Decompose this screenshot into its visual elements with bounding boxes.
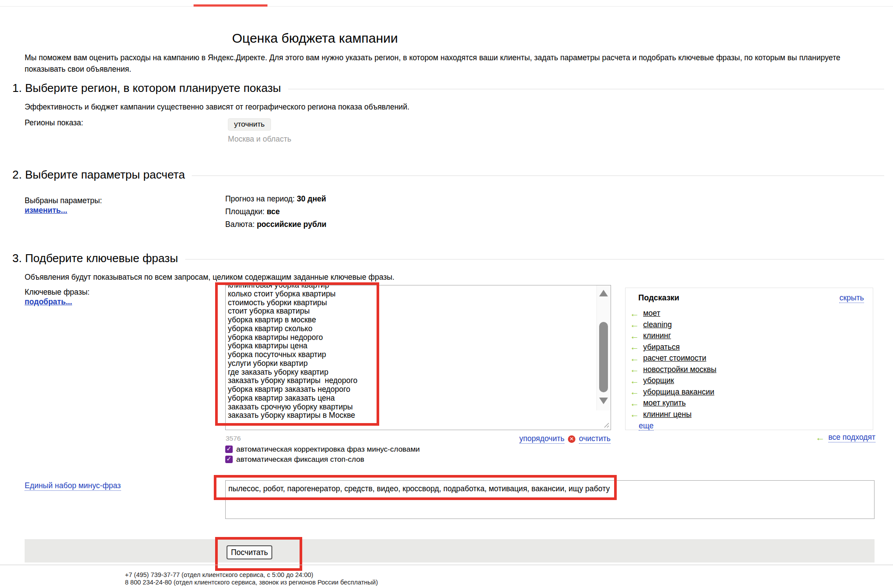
change-params-link[interactable]: изменить... — [25, 206, 67, 215]
checkbox-label[interactable]: автоматическая фиксация стоп-слов — [236, 455, 364, 464]
hint-item: ← убираться — [630, 343, 873, 352]
intro-text: Мы поможем вам оценить расходы на кампан… — [25, 52, 860, 75]
all-fit-link[interactable]: все подходят — [828, 433, 875, 442]
param-label: Площадки: — [225, 207, 267, 216]
add-hint-arrow-icon: ← — [630, 399, 639, 407]
regions-label: Регионы показа: — [25, 117, 83, 128]
add-hint-arrow-icon: ← — [630, 388, 639, 396]
keywords-char-count: 3576 — [226, 435, 241, 442]
hint-link[interactable]: моет купить — [643, 398, 686, 408]
hint-link[interactable]: моет — [643, 309, 660, 318]
calculate-button[interactable]: Посчитать — [227, 545, 272, 559]
keywords-actions: упорядочить ✕ очистить — [520, 434, 611, 444]
keywords-text: клининговая уборка квартир колько стоит … — [226, 285, 611, 420]
hint-item: ← уборщик — [630, 376, 873, 385]
hints-title: Подсказки — [638, 293, 679, 303]
footer-divider — [0, 565, 893, 565]
hint-item: ← клининг цены — [630, 410, 873, 419]
sort-keywords-link[interactable]: упорядочить — [520, 434, 565, 444]
checkbox-checked-icon[interactable] — [225, 456, 233, 463]
checkbox-row: автоматическая корректировка фраз минус-… — [225, 445, 420, 453]
checkbox-checked-icon[interactable] — [225, 446, 233, 453]
add-hint-arrow-icon: ← — [630, 410, 639, 418]
param-value: 30 дней — [297, 194, 326, 203]
section-3-description: Объявления будут показываться по всем за… — [25, 272, 395, 282]
checkbox-row: автоматическая фиксация стоп-слов — [225, 455, 420, 464]
section-divider — [185, 259, 884, 259]
minus-phrases-text: пылесос, робот, парогенератор, средств, … — [226, 481, 874, 493]
hint-item: ← cleaning — [630, 321, 873, 329]
hint-link[interactable]: уборщица вакансии — [643, 387, 714, 397]
checkbox-label[interactable]: автоматическая корректировка фраз минус-… — [236, 445, 420, 454]
tab-bar-divider — [0, 6, 893, 7]
hints-list: ← моет ← cleaning ← клининг ← убираться — [626, 309, 873, 419]
add-hint-arrow-icon: ← — [630, 354, 639, 362]
hints-header: Подсказки скрыть — [626, 288, 873, 303]
keywords-scrollbar[interactable] — [597, 285, 611, 410]
section-1-description: Эффективность и бюджет кампании существе… — [25, 102, 410, 112]
clear-cross-icon[interactable]: ✕ — [568, 435, 575, 443]
active-tab-indicator — [194, 4, 267, 7]
action-bar — [25, 539, 875, 562]
params-list: Прогноз на период: 30 дней Площадки: все… — [225, 195, 326, 233]
section-divider — [192, 175, 884, 176]
keywords-label: Ключевые фразы: — [25, 287, 90, 297]
minus-phrases-textarea[interactable]: пылесос, робот, парогенератор, средств, … — [225, 480, 875, 519]
scroll-down-arrow-icon[interactable] — [599, 398, 608, 404]
section-2-title: 2. Выберите параметры расчета — [12, 168, 185, 182]
hint-link[interactable]: уборщик — [643, 376, 674, 385]
param-row: Валюта: российские рубли — [225, 220, 326, 229]
hide-hints-link[interactable]: скрыть — [839, 293, 864, 303]
pick-keywords-link[interactable]: подобрать... — [25, 297, 72, 307]
hint-item: ← моет купить — [630, 399, 873, 408]
param-value: российские рубли — [257, 220, 326, 229]
hint-item: ← расчет стоимости — [630, 354, 873, 363]
page-title: Оценка бюджета кампании — [12, 31, 618, 46]
keyword-options: автоматическая корректировка фраз минус-… — [225, 445, 420, 465]
section-3-header: 3. Подберите ключевые фразы — [12, 252, 884, 265]
param-label: Валюта: — [225, 220, 257, 229]
add-hint-arrow-icon: ← — [630, 365, 639, 373]
hint-link[interactable]: убираться — [643, 343, 680, 352]
footer-phone-1: +7 (495) 739-37-77 (отдел клиентского се… — [125, 571, 313, 578]
more-hints-link[interactable]: еще — [639, 421, 654, 431]
budget-estimation-page: Оценка бюджета кампании Мы поможем вам о… — [0, 0, 893, 588]
minus-phrases-link[interactable]: Единый набор минус-фраз — [25, 481, 121, 491]
hint-link[interactable]: расчет стоимости — [643, 354, 706, 363]
scroll-up-arrow-icon[interactable] — [599, 290, 608, 296]
hint-item: ← клининг — [630, 332, 873, 340]
param-label: Прогноз на период: — [225, 194, 297, 203]
add-hint-arrow-icon: ← — [630, 332, 639, 340]
add-hint-arrow-icon: ← — [630, 310, 639, 318]
add-hint-arrow-icon: ← — [630, 321, 639, 329]
hint-link[interactable]: клининг — [643, 331, 671, 340]
section-1-title: 1. Выберите регион, в котором планируете… — [12, 81, 281, 95]
refine-region-button[interactable]: уточнить — [228, 118, 271, 131]
param-row: Прогноз на период: 30 дней — [225, 195, 326, 203]
selected-region-value: Москва и область — [228, 134, 291, 144]
all-hints-fit: ← все подходят — [816, 433, 875, 442]
section-2-header: 2. Выберите параметры расчета — [12, 168, 884, 182]
add-all-arrow-icon: ← — [816, 434, 825, 442]
hint-item: ← моет — [630, 309, 873, 318]
hints-panel: Подсказки скрыть ← моет ← cleaning ← кли… — [625, 288, 873, 430]
add-hint-arrow-icon: ← — [630, 343, 639, 351]
hint-link[interactable]: клининг цены — [643, 410, 692, 419]
hint-link[interactable]: новостройки москвы — [643, 365, 717, 374]
section-1-header: 1. Выберите регион, в котором планируете… — [12, 81, 884, 95]
hint-item: ← уборщица вакансии — [630, 388, 873, 397]
section-3-title: 3. Подберите ключевые фразы — [12, 252, 178, 265]
section-divider — [288, 89, 884, 89]
clear-keywords-link[interactable]: очистить — [579, 434, 611, 444]
scrollbar-thumb[interactable] — [599, 322, 608, 392]
hint-item: ← новостройки москвы — [630, 365, 873, 374]
param-value: все — [267, 207, 280, 216]
resize-grip-icon[interactable] — [603, 421, 610, 428]
chosen-params-label: Выбраны параметры: — [25, 195, 102, 206]
param-row: Площадки: все — [225, 208, 326, 216]
footer-phone-2: 8 800 234-24-80 (отдел клиентского серви… — [125, 579, 378, 586]
add-hint-arrow-icon: ← — [630, 377, 639, 385]
hint-link[interactable]: cleaning — [643, 320, 672, 329]
keywords-textarea[interactable]: клининговая уборка квартир колько стоит … — [225, 285, 611, 430]
